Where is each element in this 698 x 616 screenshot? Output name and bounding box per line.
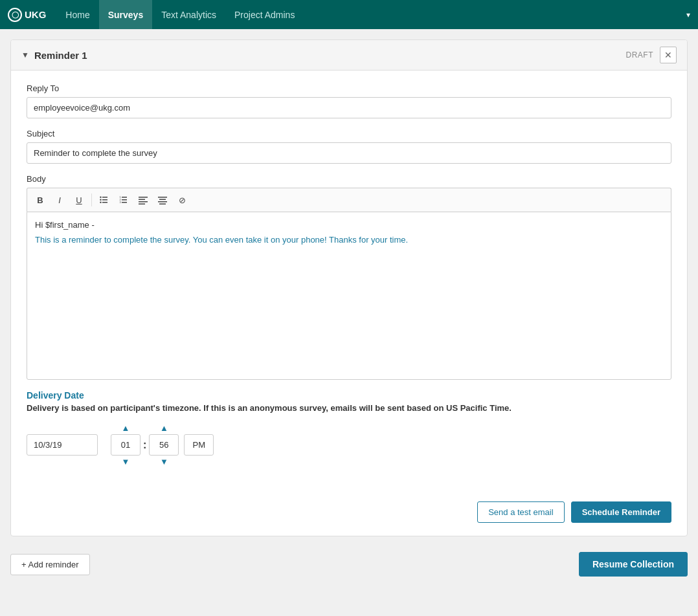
card-body: Reply To Subject Body B I U (11, 71, 687, 491)
svg-rect-8 (122, 202, 127, 203)
hour-down-button[interactable]: ▼ (117, 456, 135, 468)
align-center-button[interactable] (153, 191, 172, 209)
svg-rect-14 (139, 201, 148, 203)
nav-surveys[interactable]: Surveys (99, 0, 152, 29)
svg-point-3 (100, 197, 101, 198)
subject-input[interactable] (27, 142, 671, 164)
svg-rect-18 (158, 201, 167, 203)
minute-input[interactable] (149, 434, 179, 456)
schedule-reminder-button[interactable]: Schedule Reminder (571, 501, 671, 523)
editor-area[interactable]: Hi $first_name - This is a reminder to c… (27, 212, 671, 380)
logo: ◯ UKG (8, 8, 46, 22)
close-button[interactable]: ✕ (660, 47, 677, 63)
reminder-card: ▼ Reminder 1 DRAFT ✕ Reply To Subject (10, 39, 688, 536)
svg-rect-0 (102, 197, 107, 198)
editor-greeting: Hi $first_name - (35, 220, 663, 230)
ampm-display[interactable]: PM (184, 434, 214, 456)
svg-rect-1 (102, 199, 107, 201)
navbar: ◯ UKG Home Surveys Text Analytics Projec… (0, 0, 698, 29)
logo-icon: ◯ (8, 8, 22, 22)
page-content: ▼ Reminder 1 DRAFT ✕ Reply To Subject (0, 29, 698, 616)
time-colon: : (141, 439, 149, 451)
reminder-title: Reminder 1 (34, 50, 87, 61)
hour-input[interactable] (111, 434, 141, 456)
bold-button[interactable]: B (31, 191, 49, 209)
logo-text: UKG (25, 9, 46, 20)
clear-format-button[interactable]: ⊘ (173, 191, 191, 209)
ordered-list-button[interactable]: 123 (115, 191, 133, 209)
svg-rect-17 (159, 199, 166, 201)
subject-label: Subject (27, 129, 671, 138)
card-header: ▼ Reminder 1 DRAFT ✕ (11, 40, 687, 71)
delivery-note: Delivery is based on participant's timez… (27, 403, 671, 413)
add-reminder-button[interactable]: + Add reminder (10, 554, 90, 575)
minute-up-button[interactable]: ▲ (155, 422, 174, 434)
svg-point-4 (100, 199, 101, 201)
resume-collection-button[interactable]: Resume Collection (579, 552, 688, 577)
hour-control: ▲ ▼ (111, 422, 141, 468)
bottom-bar: + Add reminder Resume Collection (10, 547, 688, 582)
align-left-button[interactable] (134, 191, 152, 209)
toolbar-separator-1 (91, 193, 92, 206)
body-group: Body B I U 123 (27, 174, 671, 380)
subject-group: Subject (27, 129, 671, 164)
navbar-dropdown-icon[interactable]: ▾ (686, 10, 690, 19)
delivery-date-title: Delivery Date (27, 390, 671, 401)
underline-button[interactable]: U (70, 191, 88, 209)
editor-body-text: This is a reminder to complete the surve… (35, 235, 663, 245)
italic-button[interactable]: I (51, 191, 69, 209)
svg-rect-16 (158, 197, 167, 198)
send-test-email-button[interactable]: Send a test email (477, 501, 564, 523)
date-field-wrapper (27, 434, 104, 456)
draft-badge: DRAFT (626, 50, 654, 60)
card-header-right: DRAFT ✕ (626, 47, 677, 63)
nav-home[interactable]: Home (56, 0, 98, 29)
svg-rect-15 (139, 204, 145, 205)
svg-point-5 (100, 202, 101, 203)
reply-to-group: Reply To (27, 83, 671, 118)
minute-down-button[interactable]: ▼ (155, 456, 174, 468)
editor-toolbar: B I U 123 ⊘ (27, 188, 671, 212)
svg-text:3: 3 (120, 201, 122, 204)
card-header-left: ▼ Reminder 1 (21, 50, 87, 61)
reply-to-input[interactable] (27, 97, 671, 118)
hour-up-button[interactable]: ▲ (117, 422, 135, 434)
minute-control: ▲ ▼ (149, 422, 179, 468)
nav-text-analytics[interactable]: Text Analytics (152, 0, 225, 29)
nav-project-admins[interactable]: Project Admins (225, 0, 304, 29)
svg-rect-12 (139, 197, 148, 198)
svg-rect-13 (139, 199, 145, 201)
time-picker: ▲ ▼ : ▲ ▼ PM (27, 422, 671, 468)
body-label: Body (27, 174, 671, 184)
date-input[interactable] (27, 434, 98, 456)
collapse-icon[interactable]: ▼ (21, 50, 29, 60)
unordered-list-button[interactable] (95, 191, 113, 209)
reply-to-label: Reply To (27, 83, 671, 93)
card-footer: Send a test email Schedule Reminder (11, 491, 687, 536)
svg-rect-7 (122, 199, 127, 201)
svg-rect-2 (102, 202, 107, 203)
delivery-date-group: Delivery Date Delivery is based on parti… (27, 390, 671, 468)
svg-rect-6 (122, 197, 127, 198)
svg-rect-19 (159, 204, 166, 205)
